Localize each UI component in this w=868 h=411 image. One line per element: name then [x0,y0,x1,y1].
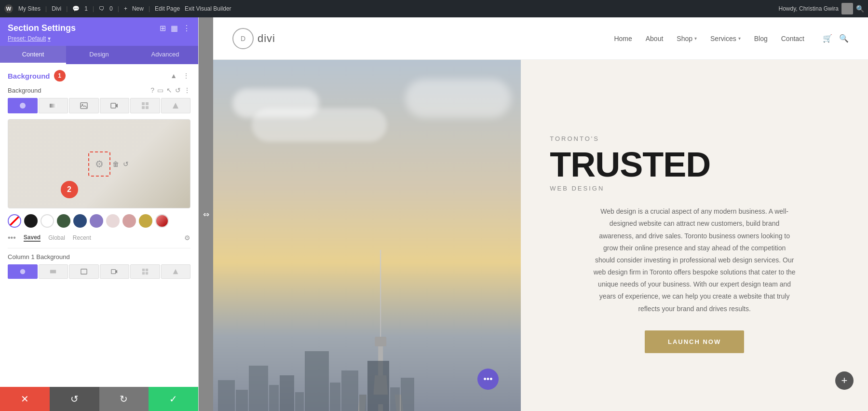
bg-type-video[interactable] [100,98,130,113]
bg-reset-icon[interactable]: ↺ [175,86,181,94]
svg-rect-16 [146,269,148,271]
more-icon[interactable]: ⋮ [183,24,190,33]
swatch-light-pink[interactable] [106,214,120,228]
nav-contact[interactable]: Contact [781,35,804,42]
bg-type-image[interactable] [69,98,99,113]
nav-home[interactable]: Home [614,35,632,42]
divi-link[interactable]: Divi [52,5,61,12]
bg-gear-container: ⚙ [88,151,110,177]
swatch-black[interactable] [24,214,38,228]
bg-type-pattern[interactable] [130,98,160,113]
nav-services[interactable]: Services ▾ [710,35,741,42]
tab-content[interactable]: Content [0,46,66,64]
svg-rect-3 [50,104,56,108]
divider [8,248,190,248]
fullscreen-icon[interactable]: ⊞ [160,24,166,33]
section-title: Background [8,72,50,80]
preview-trash-icon[interactable]: 🗑 [112,160,119,168]
site-logo[interactable]: D divi [232,28,275,49]
swatch-white[interactable] [41,214,54,228]
svg-rect-15 [142,269,145,271]
exit-builder-link[interactable]: Exit Visual Builder [185,5,231,12]
panel-header-top: Section Settings ⊞ ▦ ⋮ [8,23,190,33]
new-link[interactable]: New [132,5,144,12]
columns-icon[interactable]: ▦ [171,24,178,33]
menu-icons: 🛒 🔍 [823,34,849,43]
panel-content: Background 1 ▲ ⋮ Background ? ▭ ↖ ↺ ⋮ [0,64,198,387]
nav-blog[interactable]: Blog [754,35,768,42]
counter-link[interactable]: 1 [84,5,88,12]
color-swatches [8,214,190,228]
mysites-link[interactable]: My Sites [18,5,41,12]
bg-desktop-icon[interactable]: ▭ [157,86,163,94]
bg-type-gradient[interactable] [39,98,68,113]
bg-type-mask[interactable] [161,98,191,113]
bg-preview: ⚙ 🗑 ↺ 2 [8,119,190,208]
search-icon[interactable]: 🔍 [856,5,864,13]
redo-button[interactable]: ↻ [99,387,149,411]
collapse-icon[interactable]: ▲ [169,71,178,81]
user-greeting: Howdy, Christina Gwira [779,5,839,12]
hero-title: TRUSTED [550,147,839,182]
float-plus-button[interactable]: + [835,371,854,390]
launch-now-button[interactable]: LAUNCH NOW [645,330,744,353]
save-button[interactable]: ✓ [149,387,198,411]
preview-undo-icon[interactable]: ↺ [123,160,129,168]
logo-text: divi [258,32,275,45]
gear-icon[interactable]: ⚙ [95,158,104,170]
color-tabs: ••• Saved Global Recent ⚙ [8,233,190,242]
swatch-purple[interactable] [90,214,103,228]
col-bg-type-color[interactable] [8,264,38,279]
color-tab-global[interactable]: Global [48,234,65,241]
hero-image [213,60,521,411]
user-avatar [841,3,853,14]
panel-header-icons: ⊞ ▦ ⋮ [160,24,190,33]
col-bg-type-video[interactable] [100,264,130,279]
wordpress-icon[interactable]: W [4,4,14,14]
col-bg-type-gradient[interactable] [39,264,68,279]
nav-shop[interactable]: Shop ▾ [677,35,697,42]
bg-options-icon[interactable]: ⋮ [184,86,190,94]
bg-help-icon[interactable]: ? [150,86,154,94]
drag-handle[interactable]: ⇔ [199,17,213,411]
tab-advanced[interactable]: Advanced [132,46,198,64]
col-bg-type-mask[interactable] [161,264,191,279]
admin-bar-right: Howdy, Christina Gwira 🔍 [779,3,864,14]
site-preview: D divi Home About Shop ▾ Services ▾ Blog… [213,17,868,411]
tab-design[interactable]: Design [66,46,132,64]
cancel-button[interactable]: ✕ [0,387,50,411]
city-buildings [213,332,521,411]
svg-text:W: W [6,6,12,12]
preset-line[interactable]: Preset: Default ▾ [8,35,190,42]
cart-icon[interactable]: 🛒 [823,34,832,43]
dots-icon[interactable]: ••• [8,233,16,242]
panel-tabs: Content Design Advanced [0,46,198,64]
swatch-gold[interactable] [139,214,152,228]
bg-type-color[interactable] [8,98,38,113]
col-bg-tabs [8,264,190,279]
edit-page-link[interactable]: Edit Page [155,5,180,12]
bg-label: Background [8,87,41,94]
undo-button[interactable]: ↺ [50,387,99,411]
swatch-dark-green[interactable] [57,214,70,228]
plus-icon: + [124,5,127,12]
section-more-icon[interactable]: ⋮ [182,71,190,81]
nav-about[interactable]: About [646,35,664,42]
col-bg-type-pattern[interactable] [130,264,160,279]
col-bg-type-image[interactable] [69,264,99,279]
swatch-pink[interactable] [122,214,136,228]
main-layout: Section Settings ⊞ ▦ ⋮ Preset: Default ▾… [0,17,868,411]
comment-count-icon: 🗨 [99,5,105,12]
swatch-eyedropper[interactable] [155,214,169,228]
color-tab-recent[interactable]: Recent [73,234,91,241]
color-tab-saved[interactable]: Saved [24,234,41,242]
svg-rect-7 [142,102,145,105]
search-icon[interactable]: 🔍 [839,34,849,43]
swatch-dark-blue[interactable] [73,214,87,228]
bg-select-icon[interactable]: ↖ [166,86,172,94]
float-dots-button[interactable]: ••• [477,369,499,390]
swatch-transparent[interactable] [8,214,21,228]
color-tab-settings-icon[interactable]: ⚙ [184,234,190,242]
comments-link[interactable]: 0 [109,5,113,12]
services-arrow-icon: ▾ [738,36,741,41]
